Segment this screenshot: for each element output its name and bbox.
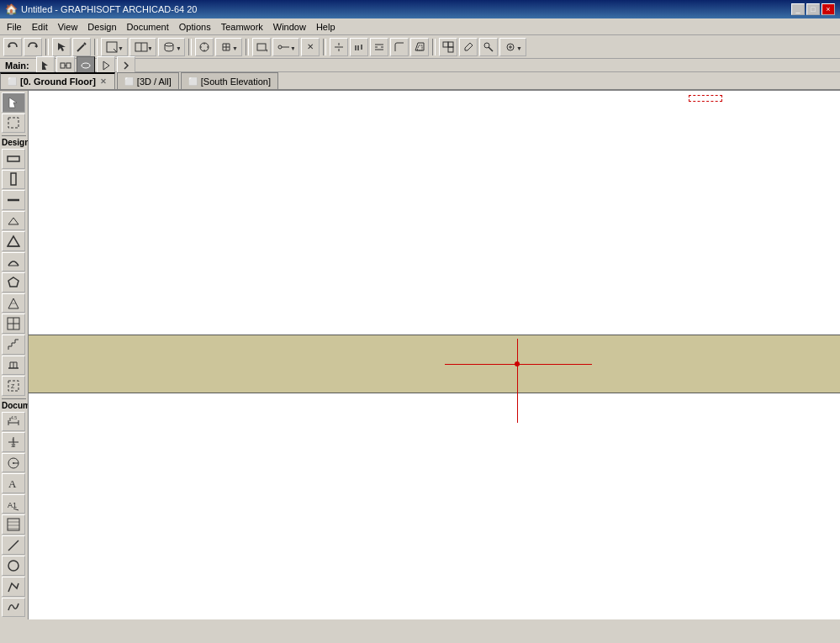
mesh-btn[interactable]: [2, 293, 25, 314]
menu-window[interactable]: Window: [268, 20, 311, 34]
tab-label-1: [3D / All]: [137, 76, 172, 87]
menu-view[interactable]: View: [53, 20, 83, 34]
dimension-btn[interactable]: 4.5: [2, 412, 25, 432]
svg-text:▼: ▼: [265, 48, 267, 53]
svg-marker-58: [8, 218, 18, 224]
svg-text:▼: ▼: [118, 45, 123, 51]
maximize-button[interactable]: □: [806, 3, 820, 15]
line-btn[interactable]: [2, 535, 25, 556]
edit-tool[interactable]: [459, 38, 478, 56]
arrow-cursor-btn[interactable]: [2, 92, 25, 113]
layer-selector[interactable]: ▼: [158, 38, 185, 56]
properties-tool[interactable]: ▼: [499, 38, 526, 56]
separator4: [246, 39, 249, 55]
main-layout: Design: [0, 91, 840, 619]
canvas-area[interactable]: [29, 91, 840, 619]
zoom-selector[interactable]: ▼: [101, 38, 128, 56]
morph-btn[interactable]: [2, 272, 25, 293]
titlebar: 🏠 Untitled - GRAPHISOFT ARCHICAD-64 20 _…: [0, 0, 840, 18]
tab-label-2: [South Elevation]: [201, 76, 271, 87]
close-button[interactable]: ×: [822, 3, 835, 15]
radial-dim-btn[interactable]: [2, 453, 25, 473]
roof-btn[interactable]: [2, 231, 25, 251]
tab-3d-all[interactable]: ⬜ [3D / All]: [117, 72, 179, 89]
grid-settings[interactable]: ▼: [215, 38, 242, 56]
svg-point-26: [278, 45, 282, 49]
hatch-btn[interactable]: [2, 514, 25, 535]
snap-settings[interactable]: [195, 38, 214, 56]
extend-tool[interactable]: [350, 38, 368, 56]
trim-tool[interactable]: [330, 38, 348, 56]
stair-btn[interactable]: [2, 335, 25, 355]
svg-rect-41: [443, 42, 448, 47]
menu-design[interactable]: Design: [82, 20, 121, 34]
slab-btn[interactable]: [2, 211, 25, 231]
separator3: [188, 39, 192, 55]
menu-document[interactable]: Document: [122, 20, 174, 34]
find-tool[interactable]: [479, 38, 498, 56]
magic-wand[interactable]: [72, 38, 91, 56]
svg-line-3: [84, 43, 86, 45]
marquee-btn[interactable]: [2, 113, 25, 134]
svg-line-45: [489, 47, 493, 51]
line-tool[interactable]: ▼: [272, 38, 299, 56]
shell-btn[interactable]: [2, 252, 25, 272]
tab-ground-floor[interactable]: ⬜ [0. Ground Floor] ✕: [0, 72, 115, 89]
polyline-btn[interactable]: [2, 577, 25, 597]
svg-text:±: ±: [12, 437, 14, 442]
beam-btn[interactable]: [2, 190, 25, 210]
dashed-rect: [689, 95, 722, 102]
tab-icon-2: ⬜: [188, 77, 198, 86]
svg-rect-54: [8, 118, 18, 128]
menubar: File Edit View Design Document Options T…: [0, 18, 840, 35]
arc-btn[interactable]: [2, 556, 25, 576]
separator6: [432, 39, 436, 55]
menu-file[interactable]: File: [2, 20, 27, 34]
tab-south-elevation[interactable]: ⬜ [South Elevation]: [181, 72, 278, 89]
undo-button[interactable]: [3, 38, 22, 56]
menu-teamwork[interactable]: Teamwork: [216, 20, 268, 34]
offset-tool[interactable]: [410, 38, 429, 56]
tab-label-0: [0. Ground Floor]: [20, 76, 96, 87]
railing-btn[interactable]: [2, 356, 25, 376]
group-tool[interactable]: [439, 38, 457, 56]
cross-cursor-center: [515, 361, 520, 366]
app-icon: 🏠: [5, 3, 18, 15]
arrow-tool[interactable]: [52, 38, 71, 56]
redo-button[interactable]: [24, 38, 42, 56]
rectangle-tool[interactable]: ▼: [252, 38, 271, 56]
tabbar: ⬜ [0. Ground Floor] ✕ ⬜ [3D / All] ⬜ [So…: [0, 72, 840, 91]
svg-point-10: [165, 43, 173, 46]
svg-text:A1: A1: [8, 501, 17, 509]
svg-point-92: [13, 462, 14, 464]
svg-text:4.5: 4.5: [11, 415, 17, 420]
fillet-tool[interactable]: [390, 38, 409, 56]
cross-cursor-vertical: [517, 339, 518, 423]
separator2: [94, 39, 98, 55]
column-btn[interactable]: [2, 170, 25, 190]
view-selector[interactable]: ▼: [129, 38, 156, 56]
close-x[interactable]: ✕: [301, 38, 320, 56]
curtainwall-btn[interactable]: [2, 314, 25, 334]
minimize-button[interactable]: _: [791, 3, 805, 15]
menu-edit[interactable]: Edit: [27, 20, 53, 34]
tab-icon-0: ⬜: [8, 77, 17, 86]
main-label-text: Main:: [5, 61, 29, 71]
menu-options[interactable]: Options: [174, 20, 216, 34]
spline-btn[interactable]: [2, 598, 25, 618]
svg-line-5: [114, 49, 117, 52]
tab-close-0[interactable]: ✕: [99, 77, 108, 86]
split-tool[interactable]: [370, 38, 388, 56]
design-section-label: Design: [2, 135, 26, 149]
zone-btn[interactable]: Z: [2, 376, 25, 396]
svg-rect-43: [448, 42, 453, 47]
svg-rect-56: [11, 173, 16, 185]
svg-text:Z: Z: [11, 383, 15, 389]
label-btn[interactable]: A1: [2, 494, 25, 514]
svg-rect-51: [66, 63, 71, 68]
wall-btn[interactable]: [2, 149, 25, 169]
tab-icon-1: ⬜: [124, 77, 134, 86]
level-dim-btn[interactable]: ±12: [2, 432, 25, 452]
menu-help[interactable]: Help: [311, 20, 341, 34]
text-btn[interactable]: A: [2, 473, 25, 493]
